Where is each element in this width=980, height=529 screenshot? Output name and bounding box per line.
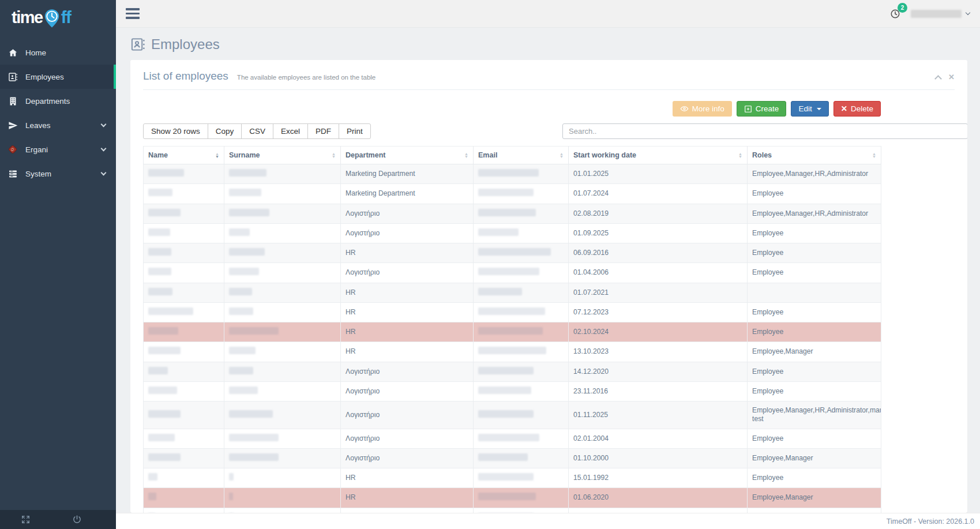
column-header-label: Surname — [229, 151, 260, 159]
cell-roles: Employee,Manager,HR,Administrator — [748, 204, 881, 223]
cell-start-date: 07.12.2023 — [569, 302, 748, 322]
employee-row[interactable]: HR13.10.2023Employee,Manager — [144, 342, 881, 362]
table-controls: Show 20 rowsCopyCSVExcelPDFPrint — [143, 123, 967, 139]
datatable-buttons: Show 20 rowsCopyCSVExcelPDFPrint — [143, 123, 371, 139]
cell-email — [474, 508, 569, 513]
dt-button-show-20-rows[interactable]: Show 20 rows — [143, 123, 208, 139]
employee-row[interactable]: HR01.07.2021 — [144, 283, 881, 302]
search-input[interactable] — [562, 123, 967, 139]
surname-redacted — [229, 169, 266, 177]
caret-down-icon — [817, 108, 821, 110]
cell-start-date: 02.08.2019 — [569, 204, 748, 223]
sidebar-item-system[interactable]: System — [0, 162, 116, 186]
employee-row[interactable]: Λογιστήριο02.08.2019Employee,Manager,HR,… — [144, 204, 881, 223]
email-redacted — [478, 453, 528, 461]
employee-row[interactable]: Λογιστήριο01.11.2025Employee,Manager,HR,… — [144, 402, 881, 429]
dt-button-csv[interactable]: CSV — [241, 123, 273, 139]
cell-start-date: 01.04.1999 — [569, 508, 748, 513]
email-redacted — [478, 387, 531, 394]
email-redacted — [478, 288, 522, 295]
fullscreen-icon[interactable] — [21, 515, 31, 524]
cell-department: HR — [341, 488, 474, 508]
sidebar-item-employees[interactable]: Employees — [0, 65, 116, 89]
cell-department: Λογιστήριο — [341, 448, 474, 468]
close-panel-icon[interactable]: ✕ — [948, 73, 955, 81]
employees-table: ▲▼Name▲▼Surname▲▼Department▲▼Email▲▼Star… — [143, 146, 881, 513]
cell-department: Λογιστήριο — [341, 381, 474, 401]
employee-row[interactable]: Λογιστήριο14.12.2020Employee — [144, 362, 881, 381]
column-header-department[interactable]: ▲▼Department — [341, 147, 474, 164]
sidebar-footer — [0, 510, 116, 529]
employee-row-selected[interactable]: HR01.06.2020Employee,Manager — [144, 488, 881, 508]
power-icon[interactable] — [72, 515, 82, 524]
cell-department: Marketing Department — [341, 508, 474, 513]
edit-dropdown-button[interactable]: Edit — [791, 101, 828, 117]
employee-row[interactable]: Λογιστήριο01.09.2025Employee — [144, 223, 881, 243]
create-button[interactable]: Create — [737, 101, 787, 117]
hamburger-menu-icon[interactable] — [126, 8, 140, 19]
employee-row[interactable]: Marketing Department01.04.1999Employee — [144, 508, 881, 513]
surname-redacted — [229, 453, 279, 461]
employee-row[interactable]: Λογιστήριο02.01.2004Employee — [144, 429, 881, 448]
name-redacted — [148, 209, 181, 216]
employee-row[interactable]: Λογιστήριο23.11.2016Employee — [144, 381, 881, 401]
cell-name — [144, 223, 224, 243]
employee-row[interactable]: Λογιστήριο01.04.2006Employee — [144, 263, 881, 283]
cell-roles: Employee — [748, 302, 881, 322]
notification-badge: 2 — [898, 3, 907, 13]
cell-start-date: 02.01.2004 — [569, 429, 748, 448]
chevron-down-icon — [101, 145, 107, 151]
cell-surname — [224, 448, 341, 468]
departments-icon — [7, 96, 18, 106]
cell-email — [474, 448, 569, 468]
cell-start-date: 06.09.2016 — [569, 243, 748, 263]
cell-department: Λογιστήριο — [341, 263, 474, 283]
app-logo[interactable]: time ff — [0, 0, 116, 35]
cell-roles: Employee — [748, 362, 881, 381]
cell-roles: Employee — [748, 508, 881, 513]
column-header-email[interactable]: ▲▼Email — [474, 147, 569, 164]
cell-start-date: 23.11.2016 — [569, 381, 748, 401]
sidebar-item-label: System — [25, 170, 51, 178]
dt-button-copy[interactable]: Copy — [208, 123, 242, 139]
column-header-start-working-date[interactable]: ▲▼Start working date — [569, 147, 748, 164]
chevron-down-icon — [101, 121, 107, 127]
employee-row[interactable]: HR07.12.2023Employee — [144, 302, 881, 322]
cell-surname — [224, 468, 341, 488]
cell-department: Λογιστήριο — [341, 362, 474, 381]
name-redacted — [148, 307, 193, 315]
column-header-roles[interactable]: ▲▼Roles — [748, 147, 881, 164]
more-info-button[interactable]: More info — [673, 101, 732, 117]
collapse-panel-icon[interactable] — [934, 75, 942, 82]
cell-surname — [224, 508, 341, 513]
email-redacted — [478, 307, 545, 315]
sidebar-item-leaves[interactable]: Leaves — [0, 113, 116, 137]
employee-row[interactable]: Marketing Department01.01.2025Employee,M… — [144, 164, 881, 184]
employee-row[interactable]: Λογιστήριο01.10.2000Employee,Manager — [144, 448, 881, 468]
column-header-surname[interactable]: ▲▼Surname — [224, 147, 341, 164]
cell-roles: Employee,Manager,HR,Administrator,manage… — [748, 402, 881, 429]
surname-redacted — [229, 367, 253, 374]
user-dropdown[interactable] — [911, 10, 970, 18]
sidebar-item-departments[interactable]: Departments — [0, 89, 116, 113]
delete-button[interactable]: ✕ Delete — [833, 101, 881, 117]
dt-button-excel[interactable]: Excel — [273, 123, 308, 139]
cell-name — [144, 429, 224, 448]
employee-row[interactable]: HR15.01.1992Employee — [144, 468, 881, 488]
employee-row-selected[interactable]: HR02.10.2024Employee — [144, 322, 881, 342]
dt-button-print[interactable]: Print — [339, 123, 371, 139]
employee-row[interactable]: Marketing Department01.07.2024Employee — [144, 184, 881, 204]
cell-name — [144, 283, 224, 302]
column-header-name[interactable]: ▲▼Name — [144, 147, 224, 164]
cell-surname — [224, 263, 341, 283]
sidebar-item-home[interactable]: Home — [0, 40, 116, 65]
dt-button-pdf[interactable]: PDF — [307, 123, 339, 139]
name-redacted — [148, 268, 171, 275]
cell-name — [144, 508, 224, 513]
employee-row[interactable]: HR06.09.2016Employee — [144, 243, 881, 263]
employees-panel: List of employees The available employee… — [130, 60, 967, 513]
pending-leaves-clock-icon[interactable]: 2 — [890, 9, 900, 19]
sidebar-item-ergani[interactable]: Ergani — [0, 137, 116, 162]
surname-redacted — [229, 410, 273, 418]
page-title: Employees — [130, 36, 967, 52]
